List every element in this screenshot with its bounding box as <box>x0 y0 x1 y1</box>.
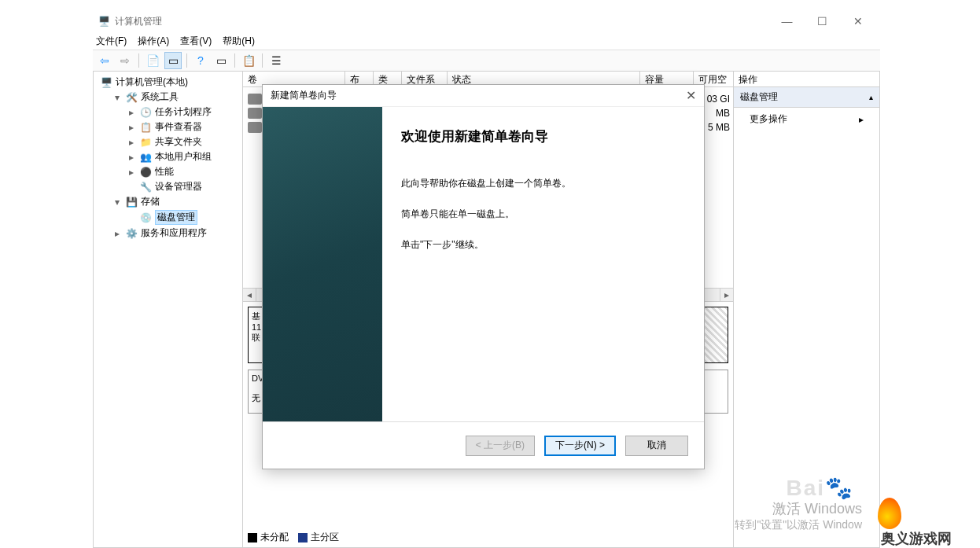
tree-label-selected: 磁盘管理 <box>155 210 197 225</box>
tree-root-label: 计算机管理(本地) <box>116 75 188 89</box>
tree-system-tools[interactable]: ▾🛠️系统工具 <box>112 90 241 104</box>
up-icon[interactable]: 📄 <box>144 52 161 69</box>
window-title: 计算机管理 <box>115 15 162 28</box>
menu-view[interactable]: 查看(V) <box>180 35 212 48</box>
new-simple-volume-wizard: 新建简单卷向导 ✕ 欢迎使用新建简单卷向导 此向导帮助你在磁盘上创建一个简单卷。… <box>262 84 705 469</box>
tree-services-apps[interactable]: ▸⚙️服务和应用程序 <box>112 226 241 240</box>
tree-event-viewer[interactable]: ▸📋事件查看器 <box>127 120 241 134</box>
event-icon: 📋 <box>139 121 152 134</box>
actions-more-label: 更多操作 <box>750 112 787 126</box>
site-brand-logo: 奥义游戏网 www.aoe1.com <box>878 498 972 540</box>
tree-label: 性能 <box>155 165 174 178</box>
expand-icon[interactable]: ▸ <box>127 167 136 178</box>
wizard-cancel-button[interactable]: 取消 <box>625 436 688 456</box>
expand-icon[interactable]: ▸ <box>127 107 136 118</box>
row-capacity: MB <box>716 108 730 119</box>
expand-icon[interactable]: ▸ <box>127 152 136 163</box>
wizard-button-row: < 上一步(B) 下一步(N) > 取消 <box>263 421 704 469</box>
export-icon[interactable]: 📋 <box>240 52 257 69</box>
tools-icon: 🛠️ <box>125 91 138 104</box>
expand-icon[interactable]: ▸ <box>127 122 136 133</box>
activate-sub: 转到"设置"以激活 Window <box>735 518 862 532</box>
actions-section-label: 磁盘管理 <box>740 90 778 104</box>
expand-icon[interactable]: ▸ <box>127 137 136 148</box>
perf-icon: ⚫ <box>139 166 152 178</box>
disk-icon: 💿 <box>139 211 152 224</box>
volume-icon <box>248 94 262 105</box>
wizard-back-button: < 上一步(B) <box>466 436 535 456</box>
tree-root[interactable]: 🖥️计算机管理(本地) <box>100 75 241 89</box>
minimize-button[interactable]: — <box>769 10 805 32</box>
help-icon[interactable]: ? <box>192 52 209 69</box>
tree-device-manager[interactable]: 🔧设备管理器 <box>127 180 241 193</box>
wizard-next-button[interactable]: 下一步(N) > <box>544 436 616 456</box>
baidu-watermark: Bai🐾 <box>786 475 854 501</box>
wizard-titlebar: 新建简单卷向导 ✕ <box>263 85 704 107</box>
row-capacity: 5 MB <box>708 122 730 133</box>
collapse-icon: ▴ <box>869 93 873 101</box>
window-controls: — ☐ ✕ <box>769 10 875 32</box>
actions-section[interactable]: 磁盘管理 ▴ <box>734 87 879 108</box>
maximize-button[interactable]: ☐ <box>805 10 840 32</box>
tree-performance[interactable]: ▸⚫性能 <box>127 165 241 178</box>
legend-primary: 主分区 <box>311 531 339 542</box>
tree-label: 本地用户和组 <box>155 150 212 164</box>
menubar: 文件(F) 操作(A) 查看(V) 帮助(H) <box>93 32 880 50</box>
app-icon: 🖥️ <box>98 15 110 28</box>
scroll-left-icon[interactable]: ◂ <box>243 289 256 301</box>
wizard-close-button[interactable]: ✕ <box>686 88 696 103</box>
scroll-right-icon[interactable]: ▸ <box>720 289 733 301</box>
wizard-title: 新建简单卷向导 <box>271 89 337 102</box>
activate-heading: 激活 Windows <box>735 499 862 518</box>
wizard-text-2: 简单卷只能在单一磁盘上。 <box>401 208 685 221</box>
services-icon: ⚙️ <box>125 227 138 240</box>
actions-more[interactable]: 更多操作 ▸ <box>734 108 879 131</box>
back-icon[interactable]: ⇦ <box>96 52 113 69</box>
wizard-body: 欢迎使用新建简单卷向导 此向导帮助你在磁盘上创建一个简单卷。 简单卷只能在单一磁… <box>263 107 704 421</box>
wizard-text-1: 此向导帮助你在磁盘上创建一个简单卷。 <box>401 177 685 190</box>
activate-windows-watermark: 激活 Windows 转到"设置"以激活 Window <box>735 499 862 532</box>
menu-help[interactable]: 帮助(H) <box>223 35 255 48</box>
storage-icon: 💾 <box>125 196 138 208</box>
tree-label: 设备管理器 <box>155 180 202 193</box>
titlebar: 🖥️ 计算机管理 — ☐ ✕ <box>93 10 880 32</box>
tree-label: 存储 <box>141 195 160 208</box>
tree-disk-management[interactable]: 💿磁盘管理 <box>127 210 241 225</box>
actions-header: 操作 <box>734 72 879 87</box>
tree-local-users[interactable]: ▸👥本地用户和组 <box>127 150 241 164</box>
expand-icon[interactable]: ▾ <box>112 92 122 103</box>
expand-icon[interactable]: ▸ <box>112 228 122 239</box>
close-button[interactable]: ✕ <box>840 10 875 32</box>
legend-unalloc: 未分配 <box>260 531 289 542</box>
show-hide-icon[interactable]: ▭ <box>164 52 182 69</box>
tree-label: 服务和应用程序 <box>141 226 207 240</box>
legend: 未分配 主分区 <box>248 531 339 544</box>
wizard-sidebar-image <box>263 107 382 421</box>
clock-icon: 🕒 <box>139 106 152 119</box>
tree-storage[interactable]: ▾💾存储 <box>112 195 241 208</box>
forward-icon[interactable]: ⇨ <box>116 52 134 69</box>
menu-action[interactable]: 操作(A) <box>138 35 169 48</box>
wizard-text-3: 单击"下一步"继续。 <box>401 238 685 252</box>
share-icon: 📁 <box>139 136 152 149</box>
tree-label: 共享文件夹 <box>155 135 202 149</box>
toolbar: ⇦ ⇨ 📄 ▭ ? ▭ 📋 ☰ <box>93 50 880 72</box>
tree-label: 任务计划程序 <box>155 105 212 119</box>
tree-panel: 🖥️计算机管理(本地) ▾🛠️系统工具 ▸🕒任务计划程序 ▸📋事件查看器 ▸📁共… <box>94 72 243 547</box>
tree-label: 系统工具 <box>141 90 179 104</box>
volume-icon <box>248 108 262 119</box>
legend-swatch-unalloc <box>248 533 257 542</box>
tree-task-scheduler[interactable]: ▸🕒任务计划程序 <box>127 105 241 119</box>
refresh-icon[interactable]: ▭ <box>212 52 230 69</box>
tree-shared-folders[interactable]: ▸📁共享文件夹 <box>127 135 241 149</box>
legend-swatch-primary <box>298 533 308 542</box>
chevron-right-icon: ▸ <box>859 114 864 125</box>
computer-icon: 🖥️ <box>100 76 112 89</box>
users-icon: 👥 <box>139 151 152 164</box>
brand-name: 奥义游戏网 <box>881 529 952 548</box>
device-icon: 🔧 <box>139 181 152 193</box>
tree-label: 事件查看器 <box>155 120 202 134</box>
expand-icon[interactable]: ▾ <box>112 197 122 208</box>
list-icon[interactable]: ☰ <box>267 52 285 69</box>
menu-file[interactable]: 文件(F) <box>96 35 127 48</box>
